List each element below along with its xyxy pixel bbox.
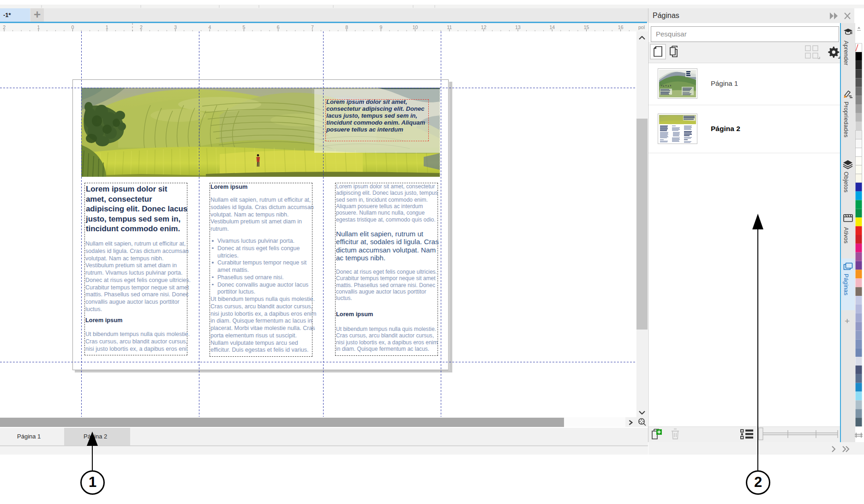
svg-text:2: 2 xyxy=(140,24,143,30)
svg-text:16: 16 xyxy=(618,24,624,30)
svg-text:14: 14 xyxy=(549,24,555,30)
svg-text:10: 10 xyxy=(413,24,418,30)
svg-text:1: 1 xyxy=(37,24,40,30)
svg-text:13: 13 xyxy=(515,24,521,30)
svg-text:9: 9 xyxy=(379,24,382,30)
svg-text:3: 3 xyxy=(174,24,177,30)
svg-text:7: 7 xyxy=(311,24,314,30)
svg-text:pol: pol xyxy=(638,24,645,30)
svg-text:6: 6 xyxy=(277,24,280,30)
svg-text:12: 12 xyxy=(481,24,486,30)
svg-text:5: 5 xyxy=(243,24,246,30)
svg-text:11: 11 xyxy=(447,24,452,30)
svg-text:0: 0 xyxy=(72,24,74,30)
svg-text:15: 15 xyxy=(584,24,589,30)
svg-text:8: 8 xyxy=(345,24,348,30)
svg-text:2: 2 xyxy=(3,24,6,30)
svg-text:4: 4 xyxy=(208,24,211,30)
svg-text:1: 1 xyxy=(106,24,108,30)
